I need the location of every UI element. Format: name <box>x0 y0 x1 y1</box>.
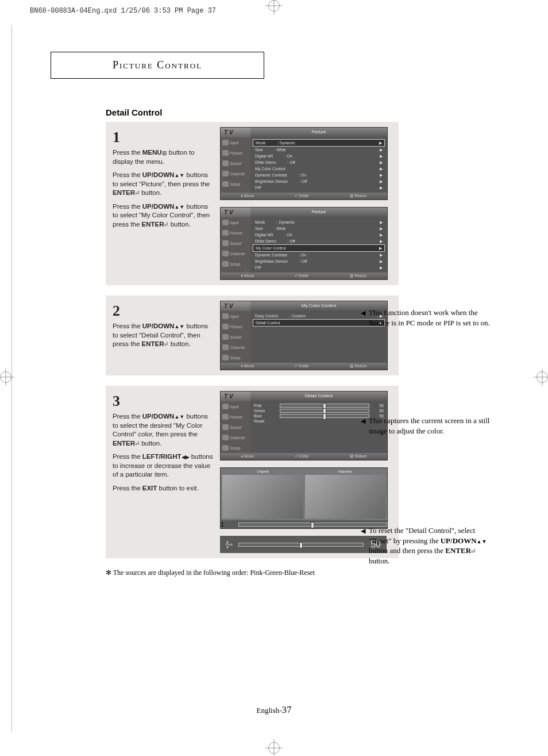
osd-row-value: : Dynamic <box>266 141 379 145</box>
trim-line <box>11 25 12 731</box>
osd-slider-label: Green <box>254 409 277 413</box>
side-note: ◀ This captures the current screen in a … <box>361 416 493 436</box>
slider-thumb <box>311 522 314 528</box>
slider-thumb <box>323 413 326 420</box>
tab-icon <box>222 334 229 340</box>
step-number: 3 <box>113 391 213 411</box>
tab-icon <box>222 240 229 246</box>
triangle-icon: ◀ <box>361 309 365 328</box>
tab-icon <box>222 261 229 267</box>
chapter-title-box: Picture Control <box>51 52 264 79</box>
osd-row-label: DNIe Demo <box>255 239 276 244</box>
osd-footer-return: ▥ Return <box>350 274 367 278</box>
osd-slider-row: Green 50 <box>253 408 385 413</box>
crop-mark-right <box>537 371 548 385</box>
osd-row-arrow-icon: ▶ <box>380 173 383 178</box>
osd-slider-label: Reset <box>254 419 277 423</box>
osd-footer-move: ♦ Move <box>241 364 254 369</box>
osd-row: Digital NR : On ▶ <box>253 232 385 238</box>
osd-sidebar: InputPictureSoundChannelSetup <box>221 137 250 193</box>
step-paragraph: Press the UP/DOWN▲▼ buttons to select "M… <box>113 202 213 229</box>
side-note-text: This captures the current screen in a st… <box>369 416 493 436</box>
osd-row-arrow-icon: ▶ <box>380 259 383 264</box>
osd-row-label: Brightness Sensor <box>255 259 288 264</box>
osd-row-arrow-icon: ▶ <box>380 154 383 159</box>
triangle-icon: ◀ <box>361 417 365 436</box>
osd-side-tab: Setup <box>221 179 250 189</box>
slider-bar <box>238 543 364 547</box>
step-block-2: 2 Press the UP/DOWN▲▼ buttons to select … <box>106 296 399 375</box>
tab-icon <box>222 435 229 440</box>
tab-icon <box>222 424 229 430</box>
osd-side-tab: Input <box>221 311 250 321</box>
page-number: English-37 <box>256 704 291 716</box>
osd-row-arrow-icon: ▶ <box>380 266 383 270</box>
osd-side-tab: Setup <box>221 352 250 363</box>
osd-footer-return: ▥ Return <box>350 194 367 198</box>
osd-footer-enter: ⏎ Enter <box>295 274 309 278</box>
tab-icon <box>222 344 229 350</box>
osd-tv-label: T V <box>221 301 250 311</box>
osd-row-label: PIP <box>255 186 261 190</box>
osd-row-label: Size <box>255 227 263 231</box>
osd-side-tab: Picture <box>221 228 250 238</box>
osd-row: Brightness Sensor : Off ▶ <box>253 178 385 185</box>
osd-side-tab: Picture <box>221 321 250 332</box>
osd-footer: ♦ Move ⏎ Enter ▥ Return <box>221 363 387 370</box>
tab-icon <box>222 160 229 166</box>
osd-row-arrow-icon: ▶ <box>380 233 383 237</box>
osd-side-tab: Setup <box>221 443 250 453</box>
osd-row-arrow-icon: ▶ <box>379 141 382 145</box>
osd-row: Mode : Dynamic ▶ <box>253 219 385 225</box>
tab-icon <box>222 251 229 256</box>
osd-side-tab: Sound <box>221 422 250 432</box>
osd-row: Size : Wide ▶ <box>253 225 385 232</box>
crop-mark-top <box>268 0 280 14</box>
osd-row-arrow-icon: ▶ <box>380 167 383 171</box>
step-paragraph: Press the EXIT button to exit. <box>113 484 213 493</box>
osd-row-value: : Wide <box>263 148 380 152</box>
osd-row: My Color Control ▶ <box>253 166 385 172</box>
osd-row-value: : On <box>287 253 380 258</box>
step-number: 2 <box>113 301 213 321</box>
osd-side-tab: Setup <box>221 259 250 269</box>
osd-row-label: Detail Control <box>256 321 280 325</box>
osd-tv-label: T V <box>221 392 250 401</box>
photo-original: Original <box>222 475 303 519</box>
osd-row-arrow-icon: ▶ <box>380 179 383 184</box>
step-paragraph: Press the UP/DOWN▲▼ buttons to select "P… <box>113 171 213 198</box>
page-label-prefix: English- <box>256 706 281 715</box>
osd-row-arrow-icon: ▶ <box>380 227 383 231</box>
tab-icon <box>222 140 229 145</box>
osd-row-value: : Dynamic <box>265 220 380 225</box>
side-note-text: To reset the "Detail Control", select "R… <box>369 525 493 566</box>
osd-side-tab: Picture <box>221 412 250 422</box>
tab-icon <box>222 171 229 176</box>
osd-main: Mode : Dynamic ▶ Size : Wide ▶ Digital N… <box>250 217 387 273</box>
step-text: 3 Press the UP/DOWN▲▼ buttons to select … <box>113 391 213 553</box>
osd-footer-move: ♦ Move <box>241 454 254 459</box>
osd-side-tab: Channel <box>221 248 250 259</box>
print-header-slug: BN68-00883A-04Eng.qxd 1/25/06 3:53 PM Pa… <box>30 7 216 15</box>
osd-row-value: : Off <box>276 160 380 165</box>
osd-row-value: : On <box>273 154 380 159</box>
osd-row: Dynamic Contrast : On ▶ <box>253 172 385 178</box>
tab-icon <box>222 445 229 451</box>
osd-footer-return: ▥ Return <box>350 364 367 369</box>
osd-row-label: Brightness Sensor <box>255 179 288 184</box>
osd-slider-row: Pink 50 <box>253 403 385 408</box>
osd-row-label: My Color Control <box>256 246 286 251</box>
osd-side-tab: Sound <box>221 332 250 342</box>
slider-thumb <box>299 542 303 548</box>
osd-screenshot: T V Picture InputPictureSoundChannelSetu… <box>220 127 388 200</box>
tab-icon <box>222 220 229 225</box>
osd-row-label: My Color Control <box>255 167 285 171</box>
osd-row-label: Dynamic Contrast <box>255 173 287 178</box>
osd-row-arrow-icon: ▶ <box>380 186 383 190</box>
osd-slider-value: 50 <box>372 404 384 408</box>
tab-icon <box>222 313 229 319</box>
tab-icon <box>222 181 229 187</box>
osd-row: DNIe Demo : Off ▶ <box>253 159 385 166</box>
side-note-text: This function doesn't work when the Sour… <box>369 308 493 328</box>
photo-compare: Original Adjusted ▲▼ <box>220 467 388 529</box>
